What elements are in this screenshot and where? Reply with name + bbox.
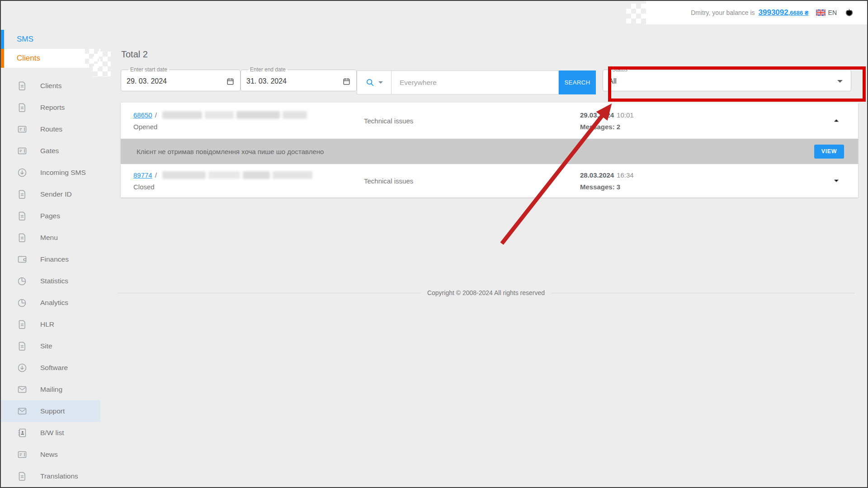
sidebar-nav: Clients Reports Routes Gates Incoming SM… (1, 75, 100, 487)
collapse-ticket-button[interactable] (827, 117, 845, 125)
sidebar-item-label: Menu (40, 234, 58, 242)
pie-chart-icon (17, 276, 28, 286)
sidebar-tab-sms[interactable]: SMS (1, 30, 100, 49)
balance-fraction: ,6686 ₴ (788, 9, 809, 16)
sidebar-item-label: Routes (40, 125, 62, 133)
sidebar-item-label: Incoming SMS (40, 169, 86, 177)
filter-bar: Enter start date 29. 03. 2024 Enter end … (121, 67, 851, 94)
copyright-text: Copyright © 2008-2024 All rights reserve… (421, 289, 551, 296)
download-bubble-icon (17, 362, 28, 373)
sidebar-item-mailing[interactable]: Mailing (1, 379, 100, 400)
checker-decoration (84, 49, 100, 68)
start-date-field[interactable]: Enter start date 29. 03. 2024 (121, 67, 241, 91)
sidebar-tab-clients[interactable]: Clients (1, 49, 85, 68)
sidebar-item-label: Translations (40, 472, 78, 480)
sidebar-item-site[interactable]: Site (1, 335, 100, 357)
start-date-label: Enter start date (128, 67, 169, 73)
ticket-time: 10:01 (617, 111, 634, 119)
footer: Copyright © 2008-2024 All rights reserve… (118, 289, 854, 296)
sidebar-item-reports[interactable]: Reports (1, 97, 100, 118)
sidebar-item-menu[interactable]: Menu (1, 227, 100, 249)
ticket-category: Technical issues (364, 117, 580, 125)
sidebar-item-pages[interactable]: Pages (1, 205, 100, 227)
search-group: SEARCH (357, 70, 596, 94)
sidebar-item-label: Statistics (40, 277, 68, 285)
document-icon (17, 319, 28, 330)
search-button[interactable]: SEARCH (559, 70, 596, 94)
sidebar-item-analytics[interactable]: Analytics (1, 292, 100, 314)
sidebar-item-gates[interactable]: Gates (1, 140, 100, 162)
end-date-value: 31. 03. 2024 (246, 77, 287, 85)
sidebar-item-label: HLR (40, 320, 54, 328)
sidebar-item-clients[interactable]: Clients (1, 75, 100, 97)
sidebar-item-translations[interactable]: Translations (1, 465, 100, 487)
card-list-icon (17, 449, 28, 460)
ticket-row[interactable]: 89774 / Closed Technical issues 28.03.20… (121, 164, 858, 197)
sidebar-item-label: Clients (40, 82, 61, 90)
ticket-id-link[interactable]: 89774 (133, 171, 152, 179)
sidebar-item-label: Finances (40, 255, 69, 263)
ticket-status: Closed (133, 183, 364, 191)
balance-label: Dmitry, your balance is (691, 9, 755, 16)
sidebar-item-label: B/W list (40, 429, 64, 437)
sidebar-item-label: Reports (40, 103, 65, 112)
sidebar-item-software[interactable]: Software (1, 357, 100, 379)
sidebar-item-bw-list[interactable]: B/W list (1, 422, 100, 444)
search-icon (365, 78, 375, 87)
expand-ticket-button[interactable] (827, 177, 845, 185)
end-date-field[interactable]: Enter end date 31. 03. 2024 (241, 67, 357, 91)
power-icon (844, 8, 854, 18)
sidebar-item-news[interactable]: News (1, 444, 100, 465)
ticket-date: 29.03.2024 (580, 111, 614, 119)
language-selector[interactable]: EN (816, 9, 837, 16)
card-list-icon (17, 145, 28, 156)
calendar-icon[interactable] (226, 77, 235, 86)
app-window: Dmitry, your balance is 3993092,6686 ₴ E… (0, 0, 868, 488)
document-icon (17, 471, 28, 482)
tab-label: Clients (17, 54, 40, 63)
sidebar-item-label: Site (40, 342, 52, 350)
calendar-icon[interactable] (342, 77, 351, 86)
sidebar-item-support[interactable]: Support (1, 400, 100, 422)
chevron-up-icon (832, 117, 840, 125)
chevron-down-icon (378, 81, 383, 84)
document-icon (17, 80, 28, 91)
search-scope-select[interactable] (357, 70, 391, 94)
ticket-message-row: Клієнт не отримав повідомлення хоча пише… (121, 139, 858, 164)
ticket-messages-count: Messages: 3 (580, 183, 827, 191)
tab-accent-bar (1, 49, 4, 68)
sidebar-item-routes[interactable]: Routes (1, 118, 100, 140)
document-icon (17, 211, 28, 221)
document-icon (17, 341, 28, 352)
status-label: Status (610, 67, 629, 73)
view-button[interactable]: VIEW (814, 145, 844, 159)
sidebar-item-incoming-sms[interactable]: Incoming SMS (1, 162, 100, 183)
search-input[interactable] (392, 79, 558, 87)
sidebar-item-label: Gates (40, 147, 59, 155)
sidebar-item-statistics[interactable]: Statistics (1, 270, 100, 292)
logout-button[interactable] (844, 8, 854, 18)
tickets-list: 68650 / Opened Technical issues 29.03.20… (121, 103, 858, 197)
balance-link[interactable]: 3993092,6686 ₴ (759, 8, 809, 17)
sidebar-item-label: Mailing (40, 385, 62, 394)
ticket-time: 16:34 (617, 171, 634, 179)
status-value: All (609, 77, 617, 85)
footer-divider (118, 293, 421, 293)
ticket-date: 28.03.2024 (580, 171, 614, 179)
status-select[interactable]: Status All (603, 67, 851, 91)
ticket-row[interactable]: 68650 / Opened Technical issues 29.03.20… (121, 103, 858, 139)
sidebar-item-finances[interactable]: Finances (1, 249, 100, 270)
checker-decoration (626, 4, 646, 23)
tab-accent-bar (1, 30, 4, 49)
envelope-icon (17, 406, 28, 417)
wallet-icon (17, 254, 28, 265)
redacted-client-name (162, 171, 312, 179)
sidebar-item-sender-id[interactable]: Sender ID (1, 183, 100, 205)
ticket-id-link[interactable]: 68650 (133, 111, 152, 119)
footer-divider (551, 293, 854, 293)
sidebar-item-hlr[interactable]: HLR (1, 314, 100, 335)
chevron-down-icon (837, 80, 843, 83)
ticket-message-text: Клієнт не отримав повідомлення хоча пише… (137, 148, 324, 155)
sidebar-item-label: News (40, 450, 58, 459)
pie-chart-icon (17, 297, 28, 308)
